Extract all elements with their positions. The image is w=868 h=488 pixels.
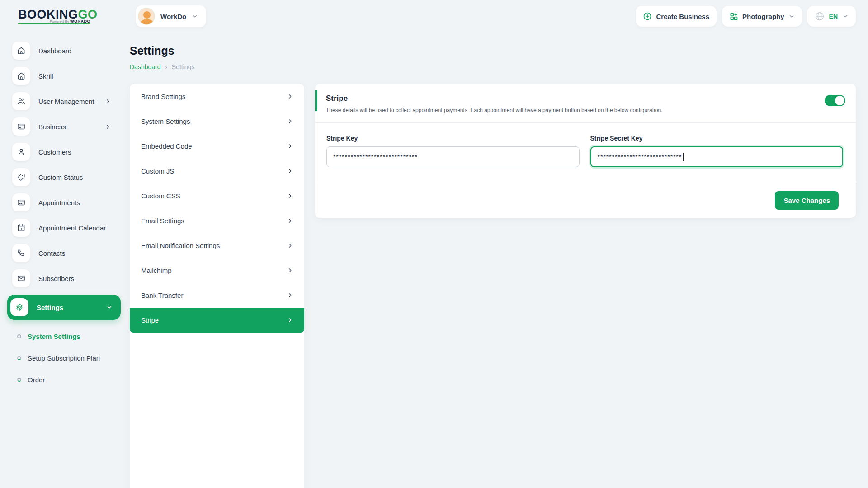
- create-business-button[interactable]: Create Business: [636, 6, 717, 27]
- create-business-label: Create Business: [656, 13, 709, 20]
- chevron-down-icon: [192, 13, 198, 19]
- workspace-avatar: [138, 8, 155, 25]
- text-caret: [683, 153, 684, 161]
- stripe-panel: Stripe These details will be used to col…: [315, 84, 856, 218]
- menu-item-label: Bank Transfer: [141, 291, 183, 299]
- sidebar-item-appointment-calendar[interactable]: Appointment Calendar: [7, 219, 123, 237]
- sidebar-item-contacts[interactable]: Contacts: [7, 244, 123, 262]
- settings-menu-custom-css[interactable]: Custom CSS: [130, 183, 304, 208]
- sidebar-item-settings[interactable]: Settings: [7, 295, 121, 320]
- calendar-icon: [12, 219, 30, 237]
- stripe-panel-header: Stripe These details will be used to col…: [315, 84, 856, 123]
- settings-menu-embedded-code[interactable]: Embedded Code: [130, 134, 304, 159]
- chevron-right-icon: [287, 292, 293, 298]
- stripe-panel-description: These details will be used to collect ap…: [326, 107, 845, 113]
- settings-menu-email-settings[interactable]: Email Settings: [130, 208, 304, 233]
- save-changes-button[interactable]: Save Changes: [775, 191, 839, 210]
- sidebar-item-label: Custom Status: [38, 174, 83, 181]
- page-title: Settings: [130, 44, 868, 57]
- chevron-right-icon: [287, 193, 293, 199]
- language-dropdown[interactable]: EN: [807, 6, 856, 27]
- credit-card-icon: [12, 193, 30, 211]
- stripe-panel-body: Stripe Key *****************************…: [315, 123, 856, 183]
- chevron-down-icon: [106, 304, 113, 310]
- logo-underline: Powered By WORKDO: [18, 23, 90, 24]
- stripe-panel-title: Stripe: [326, 94, 845, 103]
- chevron-down-icon: [788, 13, 795, 19]
- menu-item-label: Brand Settings: [141, 93, 185, 100]
- chevron-right-icon: [287, 143, 293, 149]
- menu-item-label: Mailchimp: [141, 267, 172, 274]
- bullet-icon: [17, 378, 21, 382]
- sidebar-item-skrill[interactable]: Skrill: [7, 67, 123, 85]
- sidebar-nav: Dashboard Skrill User Management Busines…: [0, 33, 130, 488]
- chevron-right-icon: [287, 168, 293, 174]
- toggle-knob: [835, 96, 844, 105]
- sidebar-item-dashboard[interactable]: Dashboard: [7, 42, 123, 60]
- settings-menu-bank-transfer[interactable]: Bank Transfer: [130, 283, 304, 308]
- sidebar-item-appointments[interactable]: Appointments: [7, 193, 123, 211]
- sidebar-item-label: Contacts: [38, 249, 65, 257]
- home-icon: [12, 42, 30, 60]
- sidebar-item-business[interactable]: Business: [7, 117, 123, 136]
- stripe-secret-key-field-group: Stripe Secret Key **********************…: [590, 135, 844, 167]
- settings-menu-email-notification-settings[interactable]: Email Notification Settings: [130, 233, 304, 258]
- stripe-key-label: Stripe Key: [326, 135, 580, 142]
- workspace-dropdown[interactable]: WorkDo: [136, 5, 206, 27]
- logo-powered-by: Powered By WORKDO: [50, 19, 90, 23]
- sidebar-item-subscribers[interactable]: Subscribers: [7, 269, 123, 287]
- bullet-icon: [17, 356, 21, 360]
- sidebar-item-label: Appointment Calendar: [38, 224, 106, 232]
- sidebar-subitem-label: Setup Subscription Plan: [28, 354, 100, 362]
- home-icon: [12, 67, 30, 85]
- mail-icon: [12, 269, 30, 287]
- app-logo[interactable]: BOOKINGGO Powered By WORKDO: [18, 9, 90, 24]
- settings-menu-stripe[interactable]: Stripe: [130, 308, 304, 333]
- sidebar-item-label: Business: [38, 123, 66, 131]
- menu-item-label: System Settings: [141, 117, 190, 125]
- sidebar-item-customers[interactable]: Customers: [7, 143, 123, 161]
- stripe-secret-key-input[interactable]: *****************************: [590, 146, 844, 167]
- stripe-toggle[interactable]: [825, 95, 845, 106]
- settings-menu-brand-settings[interactable]: Brand Settings: [130, 84, 304, 109]
- breadcrumb: Dashboard › Settings: [130, 63, 868, 70]
- sidebar-item-custom-status[interactable]: Custom Status: [7, 168, 123, 186]
- settings-menu-custom-js[interactable]: Custom JS: [130, 159, 304, 183]
- chevron-down-icon: [842, 13, 849, 19]
- sidebar-item-label: Settings: [37, 304, 63, 311]
- breadcrumb-dashboard-link[interactable]: Dashboard: [130, 63, 161, 70]
- stripe-secret-key-label: Stripe Secret Key: [590, 135, 844, 142]
- workspace-name: WorkDo: [160, 13, 186, 20]
- sidebar-subitem-system-settings[interactable]: System Settings: [7, 325, 123, 347]
- stripe-key-value: *****************************: [333, 153, 418, 160]
- settings-menu-system-settings[interactable]: System Settings: [130, 109, 304, 134]
- menu-item-label: Embedded Code: [141, 142, 192, 150]
- menu-item-label: Custom CSS: [141, 192, 180, 200]
- sidebar-item-label: Customers: [38, 148, 71, 156]
- settings-menu-mailchimp[interactable]: Mailchimp: [130, 258, 304, 283]
- sidebar-item-user-management[interactable]: User Management: [7, 92, 123, 110]
- users-icon: [12, 92, 30, 110]
- chevron-right-icon: [287, 243, 293, 249]
- sidebar-subitem-order[interactable]: Order: [7, 369, 123, 390]
- sidebar-item-label: User Management: [38, 98, 94, 105]
- stripe-key-input[interactable]: *****************************: [326, 146, 580, 167]
- tag-icon: [12, 168, 30, 186]
- sidebar-subitem-setup-subscription-plan[interactable]: Setup Subscription Plan: [7, 347, 123, 369]
- menu-item-label: Email Notification Settings: [141, 242, 220, 249]
- business-selector-dropdown[interactable]: Photography: [722, 6, 802, 27]
- sidebar-item-label: Skrill: [38, 72, 53, 80]
- gear-icon: [10, 298, 28, 316]
- chevron-right-icon: [287, 317, 293, 323]
- chevron-right-icon: [287, 94, 293, 99]
- chevron-right-icon: [105, 99, 111, 104]
- plus-circle-icon: [643, 12, 652, 21]
- sidebar-subitem-label: System Settings: [28, 333, 80, 340]
- stripe-secret-key-value: *****************************: [598, 153, 682, 160]
- credit-card-icon: [12, 117, 30, 136]
- main-content: Settings Dashboard › Settings Brand Sett…: [130, 33, 868, 488]
- chevron-right-icon: [287, 267, 293, 273]
- bullet-icon: [17, 334, 21, 338]
- language-code: EN: [829, 13, 838, 20]
- accent-bar: [315, 90, 317, 111]
